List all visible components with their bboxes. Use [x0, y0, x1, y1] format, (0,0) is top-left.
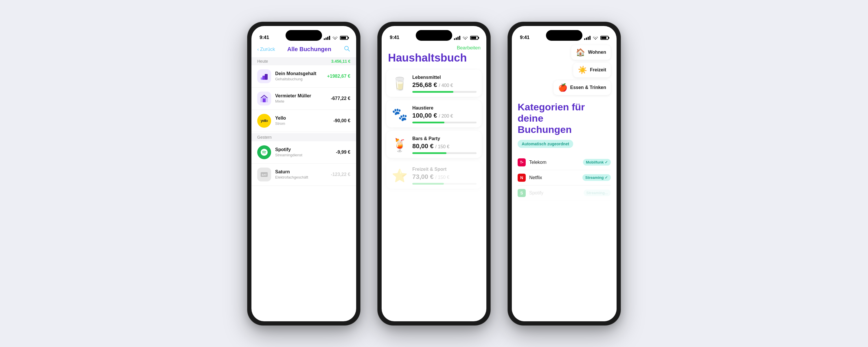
status-time-2: 9:41: [390, 35, 399, 40]
svg-rect-6: [263, 98, 266, 102]
transaction-monatsgehalt[interactable]: Dein Monatsgehalt Gehaltsbuchung +1982,6…: [251, 65, 356, 88]
budget-info-haustiere: Haustiere 100,00 € / 200 €: [412, 105, 476, 124]
assign-name-telekom: Telekom: [529, 160, 580, 165]
dynamic-island-1: [286, 30, 322, 41]
wifi-icon-1: [333, 36, 338, 40]
phone-1: 9:41: [247, 22, 360, 325]
tx-icon-yello: yello: [257, 114, 271, 128]
tx-name-spotify: Spotify: [275, 147, 332, 152]
transaction-vermieter[interactable]: Vermieter Müller Miete -677,22 €: [251, 88, 356, 110]
phone-1-content: ‹ Zurück Alle Buchungen Heute 3.456,11 €: [251, 43, 356, 321]
nav-bar-2: Bearbeiten: [382, 43, 486, 52]
tx-name-vermieter: Vermieter Müller: [275, 93, 327, 99]
today-label: Heute: [257, 59, 268, 64]
budget-info-bars: Bars & Party 80,00 € / 150 €: [412, 136, 476, 154]
chevron-left-icon: ‹: [257, 46, 259, 52]
chip-label-essen: Essen & Trinken: [570, 85, 607, 90]
budget-card-bars[interactable]: 🍹 Bars & Party 80,00 € / 150 €: [386, 131, 482, 158]
budget-total-freizeit: / 150 €: [435, 175, 450, 180]
tx-icon-vermieter: [257, 92, 271, 105]
battery-icon-3: [600, 36, 609, 40]
budget-cat-freizeit: Freizeit & Sport: [412, 167, 476, 172]
tx-info-saturn: Saturn Elektrofachgeschäft: [275, 169, 327, 179]
chip-emoji-freizeit: ☀️: [578, 66, 587, 74]
budget-cat-lebensmittel: Lebensmittel: [412, 75, 476, 80]
signal-icon-3: [584, 36, 591, 40]
tx-icon-saturn: SAT: [257, 168, 271, 181]
haushaltsbuch-title: Haushaltsbuch: [382, 52, 486, 70]
kategorien-line1: Kategorien für deine: [518, 101, 585, 124]
budget-cat-bars: Bars & Party: [412, 136, 476, 141]
budget-amounts-lebensmittel: 256,68 € / 400 €: [412, 81, 476, 89]
main-text-area-3: Kategorien für deine Buchungen Automatis…: [512, 97, 617, 321]
transaction-spotify[interactable]: Spotify Streamingdienst -9,99 €: [251, 141, 356, 164]
budget-cat-haustiere: Haustiere: [412, 105, 476, 111]
budget-emoji-bars: 🍹: [392, 138, 408, 152]
kategorien-line2: Buchungen: [518, 124, 572, 135]
nav-bar-1: ‹ Zurück Alle Buchungen: [251, 43, 356, 57]
budget-bar-lebensmittel: [412, 91, 476, 93]
wifi-icon-2: [463, 36, 468, 40]
signal-icon-1: [324, 36, 330, 40]
budget-info-lebensmittel: Lebensmittel 256,68 € / 400 €: [412, 75, 476, 93]
phone-2-screen: 9:41: [382, 26, 486, 321]
wifi-icon-3: [593, 36, 598, 40]
tx-name-monatsgehalt: Dein Monatsgehalt: [275, 71, 323, 76]
assignment-telekom[interactable]: T• Telekom Mobilfunk ✓: [518, 155, 611, 170]
phone-2-content: Bearbeiten Haushaltsbuch 🥛 Lebensmittel …: [382, 43, 486, 321]
tx-icon-spotify: [257, 145, 271, 159]
page-title-1: Alle Buchungen: [287, 46, 331, 53]
budget-total-bars: / 150 €: [435, 144, 450, 149]
status-icons-1: [324, 36, 348, 40]
status-icons-2: [454, 36, 478, 40]
budget-amounts-bars: 80,00 € / 150 €: [412, 142, 476, 150]
svg-line-1: [348, 49, 350, 51]
battery-icon-2: [470, 36, 478, 40]
budget-card-lebensmittel[interactable]: 🥛 Lebensmittel 256,68 € / 400 €: [386, 70, 482, 97]
budget-bar-haustiere: [412, 122, 476, 124]
auto-badge: Automatisch zugeordnet: [518, 140, 573, 148]
assignment-netflix[interactable]: N Netflix Streaming ✓: [518, 170, 611, 185]
assign-name-netflix: Netflix: [529, 175, 579, 180]
tx-sub-spotify: Streamingdienst: [275, 153, 332, 157]
budget-card-freizeit[interactable]: ⭐ Freizeit & Sport 73,00 € / 150 €: [386, 162, 482, 189]
svg-rect-4: [265, 74, 268, 80]
tx-sub-saturn: Elektrofachgeschäft: [275, 175, 327, 179]
chip-essen[interactable]: 🍎 Essen & Trinken: [554, 80, 611, 95]
assignment-spotify[interactable]: S Spotify Streaming...: [518, 185, 611, 201]
budget-emoji-freizeit: ⭐: [392, 168, 408, 183]
transaction-yello[interactable]: yello Yello Strom -90,00 €: [251, 110, 356, 132]
battery-icon-1: [340, 36, 348, 40]
chip-label-freizeit: Freizeit: [590, 67, 606, 72]
phone-3-screen: 9:41: [512, 26, 617, 321]
kategorien-title: Kategorien für deine Buchungen: [518, 101, 611, 135]
tx-info-yello: Yello Strom: [275, 115, 329, 126]
assign-name-spotify: Spotify: [529, 190, 580, 196]
phones-container: 9:41: [236, 10, 632, 337]
status-icons-3: [584, 36, 609, 40]
budget-info-freizeit: Freizeit & Sport 73,00 € / 150 €: [412, 167, 476, 185]
tx-amount-saturn: -123,22 €: [331, 172, 350, 177]
phone-1-screen: 9:41: [251, 26, 356, 321]
budget-total-lebensmittel: / 400 €: [439, 83, 453, 88]
budget-total-haustiere: / 200 €: [439, 113, 453, 118]
tx-amount-spotify: -9,99 €: [336, 150, 350, 155]
assign-tag-netflix: Streaming ✓: [582, 174, 611, 181]
tx-info-monatsgehalt: Dein Monatsgehalt Gehaltsbuchung: [275, 71, 323, 81]
assign-tag-spotify: Streaming...: [584, 189, 611, 196]
budget-amounts-haustiere: 100,00 € / 200 €: [412, 112, 476, 119]
status-time-1: 9:41: [259, 35, 269, 40]
back-button-1[interactable]: ‹ Zurück: [257, 46, 275, 52]
bearbeiten-button[interactable]: Bearbeiten: [457, 45, 480, 51]
chip-freizeit[interactable]: ☀️ Freizeit: [573, 63, 611, 77]
budget-card-haustiere[interactable]: 🐾 Haustiere 100,00 € / 200 €: [386, 100, 482, 128]
transaction-saturn[interactable]: SAT Saturn Elektrofachgeschäft -123,22 €: [251, 164, 356, 186]
signal-icon-2: [454, 36, 460, 40]
tx-sub-monatsgehalt: Gehaltsbuchung: [275, 77, 323, 81]
yesterday-label: Gestern: [257, 135, 272, 140]
search-button-1[interactable]: [343, 45, 350, 54]
section-header-yesterday: Gestern: [251, 133, 356, 141]
assign-logo-netflix: N: [518, 174, 526, 182]
assign-logo-spotify: S: [518, 189, 526, 197]
chip-wohnen[interactable]: 🏠 Wohnen: [571, 45, 611, 60]
